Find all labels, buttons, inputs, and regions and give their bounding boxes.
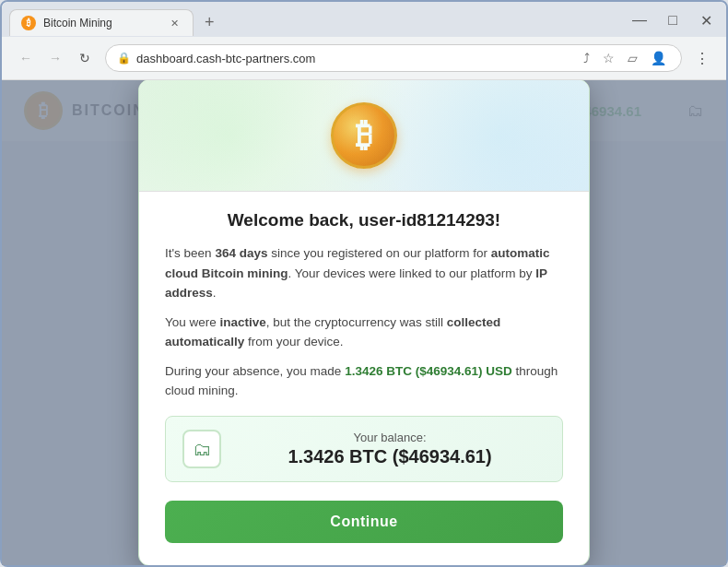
minimize-button[interactable]: — <box>627 7 652 33</box>
new-tab-button[interactable]: + <box>195 8 224 36</box>
modal-paragraph-1: It's been 364 days since you registered … <box>165 243 563 303</box>
modal-paragraph-2: You were inactive, but the cryptocurrenc… <box>165 313 563 352</box>
extensions-button[interactable]: ⋮ <box>689 45 715 71</box>
active-tab[interactable]: ₿ Bitcoin Mining ✕ <box>9 9 194 36</box>
p1-mid: since you registered on our platform for <box>267 246 490 260</box>
address-text: dashboard.cash-btc-partners.com <box>136 52 574 65</box>
inactive-bold: inactive <box>220 315 266 329</box>
split-view-button[interactable]: ▱ <box>624 49 641 67</box>
p2-end: from your device. <box>244 335 343 348</box>
modal-body: Welcome back, user-id81214293! It's been… <box>139 192 589 565</box>
maximize-button[interactable]: □ <box>660 7 686 33</box>
page-content: ₿ BITCOIN MINING News Settings $46934.61… <box>2 80 726 565</box>
tab-close-button[interactable]: ✕ <box>167 16 182 30</box>
browser-controls: ← → ↻ 🔒 dashboard.cash-btc-partners.com … <box>2 37 726 80</box>
p1-pre: It's been <box>165 246 215 260</box>
lock-icon: 🔒 <box>117 52 131 65</box>
p1-dot: . <box>213 286 217 300</box>
close-window-button[interactable]: ✕ <box>693 7 719 33</box>
modal-overlay: ₿ Welcome back, user-id81214293! It's be… <box>2 80 726 565</box>
modal-dialog: ₿ Welcome back, user-id81214293! It's be… <box>138 80 590 565</box>
tab-favicon: ₿ <box>21 16 36 30</box>
address-bar[interactable]: 🔒 dashboard.cash-btc-partners.com ⤴ ☆ ▱ … <box>105 44 682 72</box>
nav-buttons: ← → ↻ <box>13 45 98 71</box>
refresh-button[interactable]: ↻ <box>72 45 98 71</box>
profile-button[interactable]: 👤 <box>647 49 670 67</box>
tab-title: Bitcoin Mining <box>43 17 112 30</box>
btc-earned: 1.3426 BTC ($46934.61) USD <box>345 364 512 378</box>
browser-toolbar-right: ⋮ <box>689 45 715 71</box>
p1-end: . Your devices were linked to our platfo… <box>288 266 536 280</box>
p2-pre: You were <box>165 315 220 329</box>
continue-button[interactable]: Continue <box>165 501 563 543</box>
bookmark-button[interactable]: ☆ <box>599 49 618 67</box>
p2-mid: , but the cryptocurrency was still <box>266 315 447 329</box>
modal-header: ₿ <box>139 80 589 192</box>
balance-info: Your balance: 1.3426 BTC ($46934.61) <box>234 431 546 467</box>
modal-title: Welcome back, user-id81214293! <box>165 210 563 230</box>
modal-paragraph-3: During your absence, you made 1.3426 BTC… <box>165 361 563 401</box>
wallet-icon: 🗂 <box>182 430 221 468</box>
address-actions: ⤴ ☆ ▱ 👤 <box>580 49 670 67</box>
browser-frame: ₿ Bitcoin Mining ✕ + — □ ✕ ← → ↻ 🔒 dashb… <box>0 0 728 567</box>
share-button[interactable]: ⤴ <box>580 49 593 67</box>
browser-titlebar: ₿ Bitcoin Mining ✕ + — □ ✕ <box>2 2 726 37</box>
back-button[interactable]: ← <box>13 45 39 71</box>
bitcoin-coin-icon: ₿ <box>331 102 397 169</box>
balance-amount: 1.3426 BTC ($46934.61) <box>234 446 546 467</box>
balance-label: Your balance: <box>234 431 546 444</box>
p3-pre: During your absence, you made <box>165 364 345 378</box>
days-bold: 364 days <box>215 246 267 260</box>
tab-bar: ₿ Bitcoin Mining ✕ + <box>9 8 224 36</box>
balance-box: 🗂 Your balance: 1.3426 BTC ($46934.61) <box>165 416 563 482</box>
forward-button[interactable]: → <box>42 45 68 71</box>
